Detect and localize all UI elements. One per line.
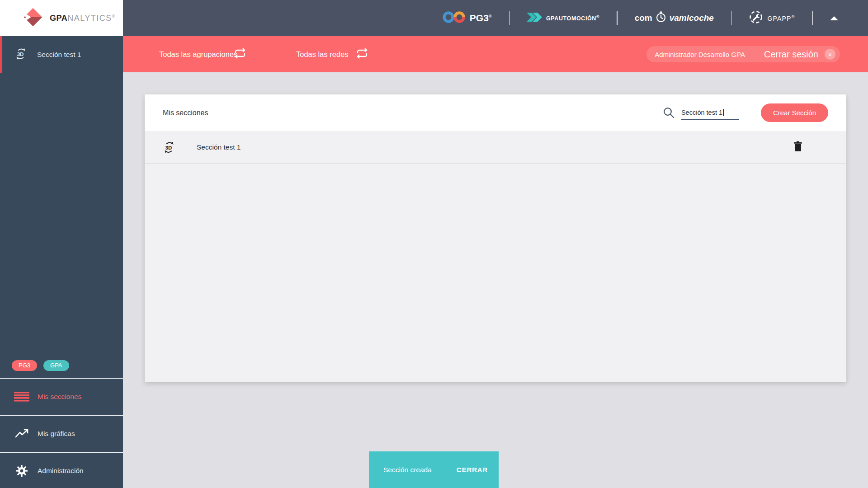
pg3-label: PG3® <box>470 13 492 23</box>
brand-gpapp: GPAPP® <box>749 10 795 26</box>
gpapp-wrench-icon <box>749 10 763 26</box>
page-title: Mis secciones <box>163 109 208 117</box>
gpapp-label: GPAPP® <box>767 14 795 22</box>
brand-comprovamicoche: com vamicoche <box>635 11 714 25</box>
brand-bar: PG3® GPAUTOMOCIÓN® com <box>442 0 838 36</box>
user-name-label: Administrador Desarrollo GPA <box>655 51 745 58</box>
gpautomocion-arrows-icon <box>527 12 542 24</box>
rotate-3d-icon: 3D <box>163 141 175 154</box>
swap-groupings-icon[interactable] <box>234 47 246 61</box>
sidebar-item-mis-graficas[interactable]: Mis gráficas <box>0 415 123 452</box>
sidebar-item-label: Mis secciones <box>38 393 81 401</box>
section-row[interactable]: 3D Sección test 1 <box>145 131 846 164</box>
app-logo: GPANALYTICS® <box>0 0 123 36</box>
comprovamicoche-right-label: vamicoche <box>670 13 714 23</box>
collapse-caret-icon[interactable] <box>830 16 838 20</box>
sections-list-icon <box>14 391 29 402</box>
section-row-label: Sección test 1 <box>197 143 241 151</box>
delete-section-button[interactable] <box>793 141 802 153</box>
toast-message: Sección creada <box>383 466 432 474</box>
toast-close-button[interactable]: CERRAR <box>454 465 491 474</box>
search-input-value: Sección test 1 <box>681 109 722 116</box>
divider <box>617 11 618 25</box>
sidebar-item-label: Administración <box>38 467 84 475</box>
swap-networks-icon[interactable] <box>356 47 368 61</box>
logout-close-icon[interactable]: × <box>825 49 835 60</box>
snackbar-toast: Sección creada CERRAR <box>369 451 499 488</box>
logout-button[interactable]: Cerrar sesión <box>764 49 818 60</box>
stopwatch-icon <box>656 11 666 25</box>
networks-filter-label[interactable]: Todas las redes <box>296 50 349 59</box>
sidebar-section-item[interactable]: 3D Sección test 1 <box>0 36 123 73</box>
card-header-actions: Sección test 1 Crear Sección <box>663 103 828 122</box>
pg3-badge[interactable]: PG3 <box>12 360 37 371</box>
sidebar-section-label: Sección test 1 <box>37 51 81 59</box>
gpautomocion-label: GPAUTOMOCIÓN® <box>546 14 599 22</box>
svg-text:3D: 3D <box>17 52 24 57</box>
text-caret <box>723 109 724 116</box>
groupings-filter-label[interactable]: Todas las agrupaciones <box>159 50 237 59</box>
sidebar-menu: Mis secciones Mis gráficas <box>0 378 123 488</box>
divider <box>812 11 813 25</box>
svg-text:3D: 3D <box>165 145 172 150</box>
gpanalytics-wordmark: GPANALYTICS® <box>50 14 115 23</box>
search-input[interactable]: Sección test 1 <box>681 106 739 120</box>
sidebar-item-mis-secciones[interactable]: Mis secciones <box>0 378 123 415</box>
rotate-3d-icon: 3D <box>14 47 27 62</box>
create-section-button[interactable]: Crear Sección <box>761 103 828 122</box>
filter-bar: Todas las agrupaciones Todas las redes A… <box>123 36 868 72</box>
gpa-badge[interactable]: GPA <box>43 360 69 371</box>
sidebar-item-label: Mis gráficas <box>38 430 75 438</box>
pg3-infinity-icon <box>442 10 466 26</box>
sidebar-item-administracion[interactable]: Administración <box>0 452 123 488</box>
trash-icon <box>793 141 802 153</box>
product-badges: PG3 GPA <box>12 360 69 371</box>
comprovamicoche-left-label: com <box>635 13 652 23</box>
brand-pg3: PG3® <box>442 10 492 26</box>
card-header: Mis secciones Sección test 1 Crear Secci… <box>145 94 846 131</box>
brand-gpautomocion: GPAUTOMOCIÓN® <box>527 12 599 24</box>
chart-line-icon <box>14 428 29 439</box>
gpanalytics-arrow-icon <box>22 7 44 29</box>
user-session-pill: Administrador Desarrollo GPA Cerrar sesi… <box>646 46 840 62</box>
sections-card: Mis secciones Sección test 1 Crear Secci… <box>145 94 846 382</box>
divider <box>731 11 732 25</box>
divider <box>509 11 510 25</box>
gear-icon <box>14 465 29 477</box>
top-header: PG3® GPAUTOMOCIÓN® com <box>0 0 868 36</box>
sidebar: 3D Sección test 1 PG3 GPA Mis secciones <box>0 36 123 488</box>
search-icon <box>663 107 675 119</box>
